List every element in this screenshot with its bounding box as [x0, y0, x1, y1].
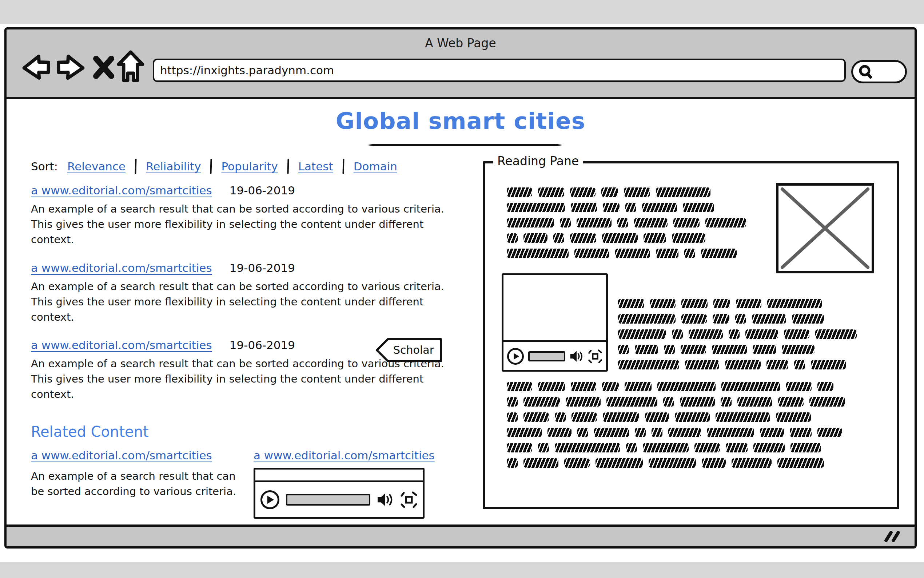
- play-button[interactable]: [507, 348, 524, 365]
- search-result: a www.editorial.com/smartcities 19-06-20…: [31, 184, 453, 247]
- related-link[interactable]: a www.editorial.com/smartcities: [31, 449, 212, 462]
- browser-window: A Web Page Global smart citie: [4, 27, 917, 549]
- scholar-tag-label: Scholar: [393, 344, 434, 356]
- result-link[interactable]: a www.editorial.com/smartcities: [31, 184, 212, 197]
- sort-option-reliability[interactable]: Reliability: [146, 160, 201, 173]
- browser-chrome: A Web Page: [6, 29, 914, 99]
- title-underline: [367, 144, 563, 146]
- scholar-tag-badge[interactable]: Scholar: [375, 337, 444, 363]
- speaker-icon[interactable]: [377, 491, 393, 508]
- resize-handle-icon[interactable]: [882, 529, 904, 544]
- sort-separator: [287, 159, 289, 174]
- scribble-paragraph: [507, 187, 770, 264]
- result-link[interactable]: a www.editorial.com/smartcities: [31, 338, 212, 352]
- forward-icon[interactable]: [55, 50, 86, 83]
- progress-bar[interactable]: [528, 351, 565, 361]
- result-date: 19-06-2019: [230, 261, 295, 274]
- scribble-paragraph: [507, 382, 887, 474]
- sort-bar: Sort: Relevance Reliability Popularity L…: [31, 159, 397, 174]
- window-title: A Web Page: [6, 36, 914, 50]
- desktop-background-bottom: [0, 562, 924, 578]
- url-input[interactable]: [153, 58, 846, 82]
- reading-pane-label: Reading Pane: [493, 154, 583, 168]
- related-media-player: [254, 468, 424, 519]
- scribble-paragraph: [618, 299, 879, 375]
- search-icon: [856, 62, 875, 81]
- desktop-background-top: [0, 0, 924, 24]
- reading-pane: Reading Pane: [483, 161, 899, 509]
- play-icon: [267, 496, 274, 504]
- related-description: An example of a search result that can b…: [31, 468, 236, 499]
- search-result: a www.editorial.com/smartcities 19-06-20…: [31, 261, 453, 325]
- result-description: An example of a search result that can b…: [31, 279, 453, 325]
- result-date: 19-06-2019: [230, 184, 295, 197]
- fullscreen-icon[interactable]: [400, 491, 417, 508]
- sort-label: Sort:: [31, 160, 58, 173]
- sort-separator: [210, 159, 212, 174]
- sort-option-latest[interactable]: Latest: [298, 160, 333, 173]
- screenshot-root: A Web Page Global smart citie: [0, 0, 924, 578]
- status-bar: [6, 524, 914, 546]
- sort-option-domain[interactable]: Domain: [354, 160, 397, 173]
- play-button[interactable]: [261, 490, 279, 509]
- sort-separator: [134, 159, 136, 174]
- related-content-heading: Related Content: [31, 423, 149, 440]
- fullscreen-icon[interactable]: [588, 349, 602, 364]
- page-title: Global smart cities: [6, 108, 914, 134]
- sort-separator: [342, 159, 344, 174]
- result-date: 19-06-2019: [230, 338, 295, 352]
- result-link[interactable]: a www.editorial.com/smartcities: [31, 261, 212, 274]
- play-icon: [514, 353, 519, 360]
- speaker-icon[interactable]: [570, 349, 584, 363]
- home-icon[interactable]: [117, 49, 145, 84]
- progress-bar[interactable]: [286, 494, 371, 506]
- image-placeholder-x-icon: [778, 186, 872, 271]
- reading-pane-video-player: [502, 273, 608, 372]
- stop-x-icon[interactable]: [92, 54, 115, 81]
- back-icon[interactable]: [21, 51, 51, 83]
- image-placeholder: [776, 183, 874, 273]
- sort-option-popularity[interactable]: Popularity: [221, 160, 278, 173]
- related-item: a www.editorial.com/smartcities: [254, 449, 435, 519]
- video-preview-area: [503, 275, 606, 342]
- video-preview-area: [256, 469, 423, 482]
- result-description: An example of a search result that can b…: [31, 201, 453, 247]
- sort-option-relevance[interactable]: Relevance: [67, 160, 126, 173]
- related-item: a www.editorial.com/smartcities An examp…: [31, 449, 236, 499]
- search-button[interactable]: [851, 60, 907, 83]
- related-link[interactable]: a www.editorial.com/smartcities: [254, 449, 435, 462]
